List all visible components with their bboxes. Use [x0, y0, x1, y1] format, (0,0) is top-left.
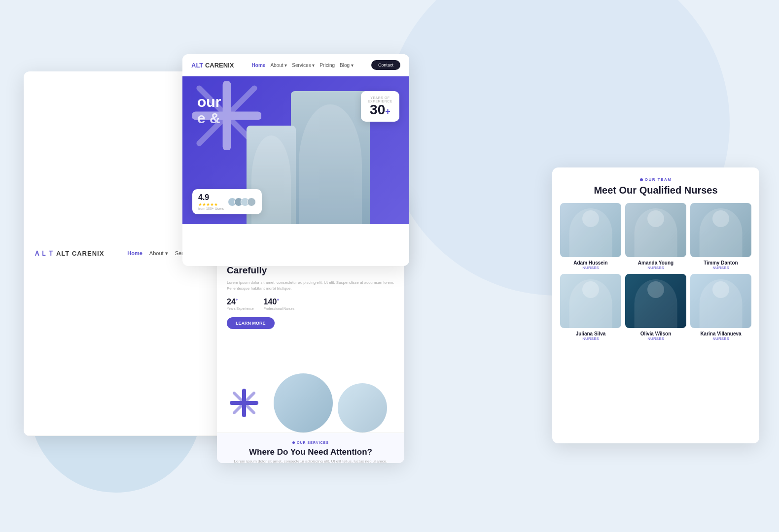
nurse-card-3: Timmy Danton NURSES — [690, 203, 751, 270]
nav-services-top[interactable]: Services ▾ — [292, 63, 315, 68]
nurse-photo-area — [291, 91, 370, 224]
hero-banner: our e & YEARS OFEXPERIENCE 30+ 4.9 ★★★★★… — [182, 76, 409, 224]
rating-badge: 4.9 ★★★★★ from 100+ Users — [192, 189, 262, 214]
rating-stars: ★★★★★ — [198, 202, 224, 207]
nurse-photo-5 — [625, 274, 686, 328]
rating-avatars — [228, 198, 256, 206]
rating-sub: from 100+ Users — [198, 207, 224, 210]
nav-pricing-top[interactable]: Pricing — [319, 63, 335, 68]
rating-avatar-4 — [247, 198, 256, 206]
nurse-card-1: Adam Hussein NURSES — [560, 203, 621, 270]
nurse-name-6: Karina Villanueva — [690, 331, 751, 336]
logo-top: ALT CARENIX — [191, 62, 234, 69]
hero-text-overlay: our e & — [197, 94, 221, 126]
nurse-name-3: Timmy Danton — [690, 260, 751, 266]
mid-stat-label-exp: Years Experience — [227, 307, 254, 310]
mid-stat-num-nurses: 140+ — [264, 298, 295, 306]
mid-cross-icon — [229, 388, 259, 418]
nurse-role-3: NURSES — [690, 266, 751, 270]
logo-accent: ＡＬＴ — [34, 249, 56, 257]
mid-doctor-circle — [338, 383, 387, 432]
mid-stat-experience: 24+ Years Experience — [227, 298, 254, 310]
nurse-name-5: Olivia Wilson — [625, 331, 686, 336]
card-top: ALT CARENIX Home About ▾ Services ▾ Pric… — [182, 54, 409, 266]
nav-home-top[interactable]: Home — [252, 63, 266, 68]
nurses-title: Meet Our Qualified Nurses — [562, 185, 749, 196]
logo: ＡＬＴ ALT CARENIX — [34, 249, 104, 258]
nurse-card-4: Juliana Silva NURSES — [560, 274, 621, 341]
navbar-top: ALT CARENIX Home About ▾ Services ▾ Pric… — [182, 54, 409, 76]
mid-desc: Lorem ipsum dolor sit amet, consectetur … — [227, 280, 394, 292]
mid-stats: 24+ Years Experience 140+ Professional N… — [227, 298, 394, 310]
experience-badge: YEARS OFEXPERIENCE 30+ — [361, 91, 399, 122]
nurses-label: OUR TEAM — [562, 177, 749, 182]
nav-home[interactable]: Home — [127, 250, 142, 257]
learn-more-button[interactable]: LEARN MORE — [227, 317, 275, 329]
nurse-photo-4 — [560, 274, 621, 328]
nurse-name-2: Amanda Young — [625, 260, 686, 266]
contact-button-top[interactable]: Contact — [371, 60, 400, 70]
nav-about-top[interactable]: About ▾ — [270, 63, 287, 68]
nurse-photo-1 — [560, 203, 621, 257]
rating-num: 4.9 — [198, 193, 224, 202]
nurse-role-5: NURSES — [625, 336, 686, 341]
mid-stat-nurses: 140+ Professional Nurses — [264, 298, 295, 310]
hero-line2: e & — [197, 110, 221, 126]
logo-text: ALT CARENIX — [56, 250, 104, 257]
nav-about[interactable]: About ▾ — [149, 250, 168, 257]
nurse-role-4: NURSES — [560, 336, 621, 341]
nurse-role-1: NURSES — [560, 266, 621, 270]
nurses-header: OUR TEAM Meet Our Qualified Nurses — [552, 167, 759, 203]
services-label: OUR SERVICES — [227, 441, 394, 444]
services-desc: Lorem ipsum dolor sit amet, consectetur … — [227, 459, 394, 463]
services-section: OUR SERVICES Where Do You Need Attention… — [217, 432, 404, 463]
card-nurses: OUR TEAM Meet Our Qualified Nurses Adam … — [552, 167, 759, 443]
mid-photo-area — [217, 334, 404, 432]
services-title: Where Do You Need Attention? — [227, 447, 394, 457]
exp-plus: + — [385, 106, 390, 116]
nurse-card-2: Amanda Young NURSES — [625, 203, 686, 270]
nurse-role-2: NURSES — [625, 266, 686, 270]
nav-blog-top[interactable]: Blog ▾ — [340, 63, 354, 68]
nurse-silhouette — [299, 104, 362, 224]
nurse-card-6: Karina Villanueva NURSES — [690, 274, 751, 341]
nurse-role-6: NURSES — [690, 336, 751, 341]
nurse-name-4: Juliana Silva — [560, 331, 621, 336]
rating-info: 4.9 ★★★★★ from 100+ Users — [198, 193, 224, 210]
exp-num: 30+ — [368, 103, 392, 117]
nurse-photo-2 — [625, 203, 686, 257]
mid-stat-num-exp: 24+ — [227, 298, 254, 306]
nurses-grid: Adam Hussein NURSES Amanda Young NURSES … — [552, 203, 759, 349]
hero-line1: our — [197, 94, 221, 110]
nurse-name-1: Adam Hussein — [560, 260, 621, 266]
nurse-card-5: Olivia Wilson NURSES — [625, 274, 686, 341]
mid-stat-label-nurses: Professional Nurses — [264, 307, 295, 310]
mid-nurse-circle — [274, 373, 333, 432]
nav-links-top: Home About ▾ Services ▾ Pricing Blog ▾ — [252, 63, 354, 68]
nurse-photo-6 — [690, 274, 751, 328]
nurse-photo-3 — [690, 203, 751, 257]
